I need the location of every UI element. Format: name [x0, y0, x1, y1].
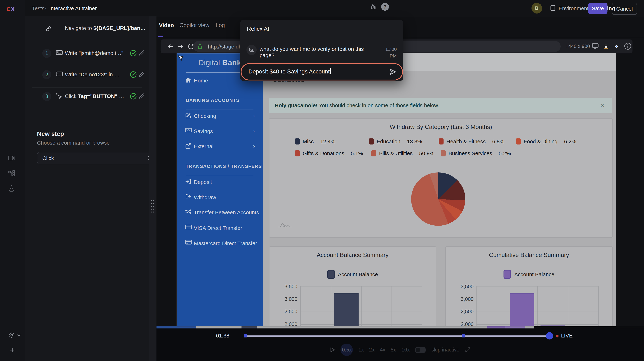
alert-banner: Holy guacamole! You should check in on s…	[269, 98, 612, 113]
step-number: 3	[42, 92, 51, 101]
video-canvas[interactable]: Digital Bank Home BANKING ACCOUNTS Check…	[177, 53, 616, 326]
speed-0.5x[interactable]: 0.5x	[341, 344, 353, 356]
bank-sidebar: Digital Bank Home BANKING ACCOUNTS Check…	[177, 53, 263, 326]
padlock-open-icon	[197, 43, 203, 49]
step-navigate[interactable]: Navigate to ${BASE_URL}/ban…	[24, 20, 149, 38]
player-controls: 0.5x 1x 2x 4x 8x 16x skip inactive	[156, 344, 644, 356]
info-circle-icon[interactable]	[624, 42, 632, 50]
money-bill-icon	[185, 128, 192, 133]
video-camera-icon[interactable]	[8, 155, 15, 161]
bar-chart-legend: Account Balance	[446, 270, 612, 279]
seek-bar[interactable]	[246, 335, 552, 337]
plus-icon[interactable]	[10, 347, 15, 353]
chat-bot-avatar-icon	[246, 45, 256, 55]
forward-arrow-icon[interactable]	[177, 43, 184, 50]
command-select-value: Click	[42, 155, 54, 161]
pie-chart-card: Withdraw By Category (Last 3 Months) Mis…	[269, 118, 613, 238]
top-bar: Tests › Interactive AI trainer ? B Envir…	[24, 0, 644, 17]
sign-in-icon	[185, 179, 191, 184]
tab-log[interactable]: Log	[216, 22, 225, 28]
legend-item: Education13.3%	[369, 138, 422, 145]
step-row-1[interactable]: 1 Write "jsmith@demo.i…"	[24, 44, 149, 62]
edit-pencil-icon[interactable]	[139, 71, 145, 77]
playhead[interactable]	[546, 332, 553, 340]
panel-resize-handle[interactable]	[149, 16, 156, 361]
relicx-logo[interactable]: cx	[7, 4, 14, 13]
legend-item: Gifts & Donations5.1%	[295, 150, 363, 156]
fullscreen-icon[interactable]	[465, 347, 470, 353]
keyboard-icon	[56, 71, 63, 77]
keyboard-icon	[56, 50, 63, 55]
seek-marker-event[interactable]	[462, 334, 465, 338]
alert-text: You should check in on some of those fie…	[318, 102, 439, 108]
back-arrow-icon[interactable]	[167, 43, 174, 50]
timeline-filmstrip[interactable]	[156, 326, 644, 328]
y-tick: 2,500	[273, 309, 298, 315]
speed-16x[interactable]: 16x	[402, 347, 410, 353]
monitor-icon[interactable]	[592, 43, 599, 49]
user-avatar[interactable]: B	[532, 3, 542, 13]
bank-section-accounts: BANKING ACCOUNTS	[186, 98, 240, 102]
cursor-click-icon	[56, 93, 62, 99]
bar-chart-title: Cumulative Balance Summary	[446, 252, 612, 258]
play-icon[interactable]	[330, 347, 335, 353]
send-icon[interactable]	[388, 68, 397, 76]
bank-nav-transfer[interactable]: Transfer Between Accounts	[177, 208, 263, 217]
breadcrumb-tests[interactable]: Tests	[32, 5, 44, 11]
live-label: LIVE	[561, 333, 572, 339]
flask-icon[interactable]	[8, 185, 15, 192]
chevron-down-icon[interactable]	[16, 333, 21, 338]
external-link-icon	[185, 143, 191, 149]
divider	[240, 40, 403, 40]
step-number: 2	[42, 70, 51, 79]
command-select[interactable]: Click	[37, 152, 156, 164]
bar-plot-area	[476, 286, 599, 326]
bank-nav-withdraw[interactable]: Withdraw	[177, 193, 263, 202]
tab-video[interactable]: Video	[159, 22, 174, 28]
navigate-text: Navigate to	[65, 25, 94, 31]
save-button[interactable]: Save	[588, 3, 607, 14]
skip-inactive-toggle[interactable]	[415, 347, 426, 353]
bar	[334, 293, 358, 326]
bank-section-transactions: TRANSACTIONS / TRANSFERS	[186, 164, 262, 169]
speed-8x[interactable]: 8x	[391, 347, 396, 353]
video-player-bar: 01:38 LIVE 0.5x 1x 2x 4x 8x 16x skip ina…	[156, 326, 644, 361]
cancel-button[interactable]: Cancel	[612, 3, 637, 15]
speed-1x[interactable]: 1x	[358, 347, 364, 353]
flow-tree-icon[interactable]	[8, 170, 15, 177]
bank-nav-visa-transfer[interactable]: VISA Direct Transfer	[177, 224, 263, 233]
edit-pencil-icon[interactable]	[139, 93, 145, 99]
check-circle-icon	[130, 71, 137, 78]
step-row-2[interactable]: 2 Write "Demo123!" in …	[24, 66, 149, 84]
bar-plot-area	[300, 286, 422, 326]
bar-chart-legend: Account Balance	[269, 270, 436, 279]
dialog-title: Relicx AI	[247, 25, 269, 32]
link-icon	[45, 25, 52, 32]
step-row-3[interactable]: 3 Click Tag="BUTTON" …	[24, 87, 149, 106]
pie-chart-title: Withdraw By Category (Last 3 Months)	[269, 124, 612, 130]
bank-nav-savings[interactable]: Savings ›	[177, 127, 263, 136]
bank-nav-mastercard-transfer[interactable]: Mastercard Direct Transfer	[177, 239, 263, 248]
alert-close-icon[interactable]: ✕	[600, 102, 605, 108]
bank-nav-external[interactable]: External ›	[177, 142, 263, 151]
bug-icon[interactable]	[370, 3, 376, 10]
relicx-ai-dialog: Relicx AI what do you want me to verify …	[240, 20, 403, 81]
viewport-size: 1440 x 900	[566, 43, 590, 49]
input-value: Deposit $40 to Savings Account	[248, 68, 330, 75]
help-icon[interactable]: ?	[381, 3, 389, 10]
ai-command-input[interactable]: Deposit $40 to Savings Account	[240, 63, 403, 80]
bank-nav-checking[interactable]: Checking ›	[177, 112, 263, 121]
mouse-cursor-icon	[177, 54, 185, 62]
pen-square-icon	[185, 112, 191, 118]
edit-pencil-icon[interactable]	[139, 50, 145, 56]
check-circle-icon	[130, 93, 137, 100]
gear-icon[interactable]	[8, 332, 15, 339]
grip-dots-icon	[150, 199, 155, 213]
step-number: 1	[42, 49, 51, 58]
speed-4x[interactable]: 4x	[380, 347, 385, 353]
seek-marker-start[interactable]	[244, 334, 247, 338]
speed-2x[interactable]: 2x	[369, 347, 374, 353]
tab-copilot-view[interactable]: Copilot view	[180, 22, 209, 28]
chevron-right-icon: ›	[253, 142, 255, 149]
bank-nav-deposit[interactable]: Deposit	[177, 178, 263, 187]
